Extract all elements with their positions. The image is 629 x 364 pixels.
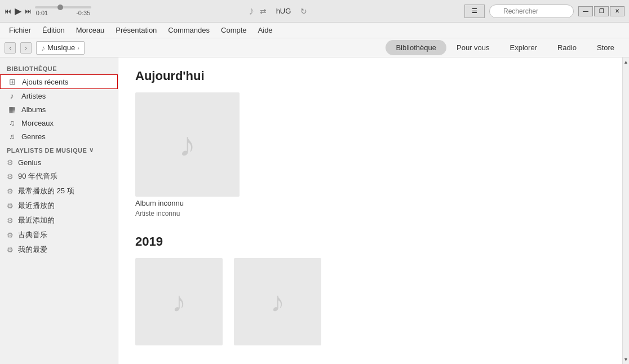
sidebar-label-albums: Albums (21, 105, 46, 114)
album-title-today-0: Album inconnu (135, 199, 240, 207)
music-note-placeholder-2019-1: ♪ (271, 286, 285, 318)
section-title-2019: 2019 (135, 234, 605, 249)
library-section-title: Bibliothèque (0, 62, 118, 74)
sidebar-item-top25[interactable]: ⚙ 最常播放的 25 项 (0, 184, 118, 198)
gear-icon-90s: ⚙ (7, 172, 14, 181)
window-controls: — ❐ ✕ (578, 6, 624, 16)
album-art-2019-0: ♪ (135, 258, 223, 345)
menu-aide[interactable]: Aide (254, 25, 277, 35)
titlebar: ⏮ ▶ ⏭ 0:01 -0:35 ♪ ⇄ hUG ↻ ☰ 🔍 — ❐ ✕ (0, 0, 629, 23)
sidebar-item-genres[interactable]: ♬ Genres (0, 130, 118, 143)
album-card-2019-1[interactable]: ♪ (234, 258, 321, 345)
tab-radio[interactable]: Radio (547, 40, 587, 55)
note-icon: ♫ (7, 118, 17, 127)
scroll-down-arrow[interactable]: ▼ (623, 355, 630, 364)
tab-explorer[interactable]: Explorer (500, 40, 547, 55)
albums-row-2019: ♪ ♪ (135, 258, 605, 345)
minimize-button[interactable]: — (578, 6, 593, 16)
main-layout: Bibliothèque ⊞ Ajouts récents ♪ Artistes… (0, 57, 629, 364)
time-remaining: -0:35 (76, 10, 90, 16)
albums-row-today: ♪ Album inconnu Artiste inconnu (135, 92, 605, 217)
sidebar-item-albums[interactable]: ▦ Albums (0, 103, 118, 116)
shuffle-icon[interactable]: ⇄ (260, 7, 267, 16)
playback-controls: ⏮ ▶ ⏭ 0:01 -0:35 (5, 6, 91, 16)
sidebar-item-artistes[interactable]: ♪ Artistes (0, 89, 118, 103)
album-art-2019-1: ♪ (234, 258, 321, 345)
sidebar-label-morceaux: Morceaux (21, 119, 54, 127)
sidebar-item-ajouts-recents[interactable]: ⊞ Ajouts récents (0, 74, 118, 89)
time-elapsed: 0:01 (36, 10, 48, 16)
album-card-2019-0[interactable]: ♪ (135, 258, 223, 345)
menubar: Fichier Édition Morceau Présentation Com… (0, 23, 629, 38)
gear-icon-classical: ⚙ (7, 231, 14, 239)
album-art-today-0: ♪ (135, 92, 240, 197)
gear-icon-top25: ⚙ (7, 187, 14, 196)
sidebar-label-90s: 90 年代音乐 (18, 171, 57, 181)
search-wrapper: 🔍 (489, 5, 574, 18)
progress-thumb (57, 5, 63, 10)
sidebar-label-genius: Genius (18, 158, 41, 167)
sidebar-item-recent-added[interactable]: ⚙ 最近添加的 (0, 213, 118, 228)
search-input[interactable] (489, 5, 574, 18)
gear-icon-favorites: ⚙ (7, 246, 14, 254)
album-icon: ▦ (7, 105, 17, 114)
tab-bar: Bibliothèque Pour vous Explorer Radio St… (386, 40, 624, 55)
repeat-icon[interactable]: ↻ (300, 7, 307, 16)
menu-fichier[interactable]: Fichier (5, 25, 36, 35)
album-artist-today-0: Artiste inconnu (135, 210, 240, 217)
tab-pour-vous[interactable]: Pour vous (446, 40, 500, 55)
restore-button[interactable]: ❐ (594, 6, 609, 16)
progress-slider[interactable] (35, 6, 91, 8)
sidebar-label-recent-played: 最近播放的 (18, 201, 55, 211)
tab-store[interactable]: Store (587, 40, 624, 55)
sidebar-item-recent-played[interactable]: ⚙ 最近播放的 (0, 198, 118, 213)
music-note-placeholder-2019-0: ♪ (172, 286, 186, 318)
gear-icon-recent-added: ⚙ (7, 216, 14, 225)
genres-icon: ♬ (7, 132, 17, 141)
menu-morceau[interactable]: Morceau (72, 25, 109, 35)
tab-bibliotheque[interactable]: Bibliothèque (386, 40, 446, 55)
list-view-button[interactable]: ☰ (464, 5, 485, 18)
play-button[interactable]: ▶ (15, 6, 21, 16)
menu-compte[interactable]: Compte (216, 25, 251, 35)
sidebar-label-artistes: Artistes (21, 92, 46, 100)
rewind-button[interactable]: ⏮ (5, 7, 11, 15)
content-area: Aujourd'hui ♪ Album inconnu Artiste inco… (118, 57, 622, 364)
sidebar-item-90s[interactable]: ⚙ 90 年代音乐 (0, 169, 118, 184)
music-note-placeholder: ♪ (179, 125, 196, 164)
sidebar-item-genius[interactable]: ⚙ Genius (0, 156, 118, 169)
breadcrumb-label: Musique (47, 43, 75, 52)
gear-icon-genius: ⚙ (7, 158, 14, 167)
titlebar-center: ♪ ⇄ hUG ↻ (249, 5, 307, 17)
sidebar: Bibliothèque ⊞ Ajouts récents ♪ Artistes… (0, 57, 118, 364)
scroll-up-arrow[interactable]: ▲ (623, 57, 630, 66)
sidebar-label-ajouts-recents: Ajouts récents (22, 78, 68, 86)
breadcrumb: ♪ Musique › (36, 41, 85, 55)
sidebar-item-favorites[interactable]: ⚙ 我的最爱 (0, 242, 118, 257)
back-button[interactable]: ‹ (5, 42, 16, 54)
menu-edition[interactable]: Édition (38, 25, 69, 35)
grid-icon: ⊞ (7, 77, 17, 86)
progress-area: 0:01 -0:35 (35, 6, 91, 16)
section-title-today: Aujourd'hui (135, 69, 605, 83)
time-display: 0:01 -0:35 (36, 10, 91, 16)
playlists-section-title: Playlists de musique ∨ (0, 143, 118, 156)
navbar: ‹ › ♪ Musique › Bibliothèque Pour vous E… (0, 38, 629, 57)
close-button[interactable]: ✕ (610, 6, 624, 16)
sidebar-label-favorites: 我的最爱 (18, 245, 47, 255)
album-card-today-0[interactable]: ♪ Album inconnu Artiste inconnu (135, 92, 240, 217)
forward-button[interactable]: › (20, 42, 32, 54)
sidebar-item-classical[interactable]: ⚙ 古典音乐 (0, 228, 118, 242)
sidebar-item-morceaux[interactable]: ♫ Morceaux (0, 116, 118, 130)
menu-commandes[interactable]: Commandes (163, 25, 214, 35)
music-note-icon: ♪ (41, 43, 45, 52)
sidebar-label-genres: Genres (21, 132, 46, 141)
sidebar-label-recent-added: 最近添加的 (18, 215, 55, 225)
fast-forward-button[interactable]: ⏭ (25, 7, 32, 15)
menu-presentation[interactable]: Présentation (111, 25, 161, 35)
app-title: hUG (272, 7, 295, 15)
song-icon: ♪ (249, 5, 254, 17)
scrollbar-right: ▲ ▼ (622, 57, 629, 364)
sidebar-label-classical: 古典音乐 (18, 230, 47, 240)
gear-icon-recent-played: ⚙ (7, 202, 14, 210)
